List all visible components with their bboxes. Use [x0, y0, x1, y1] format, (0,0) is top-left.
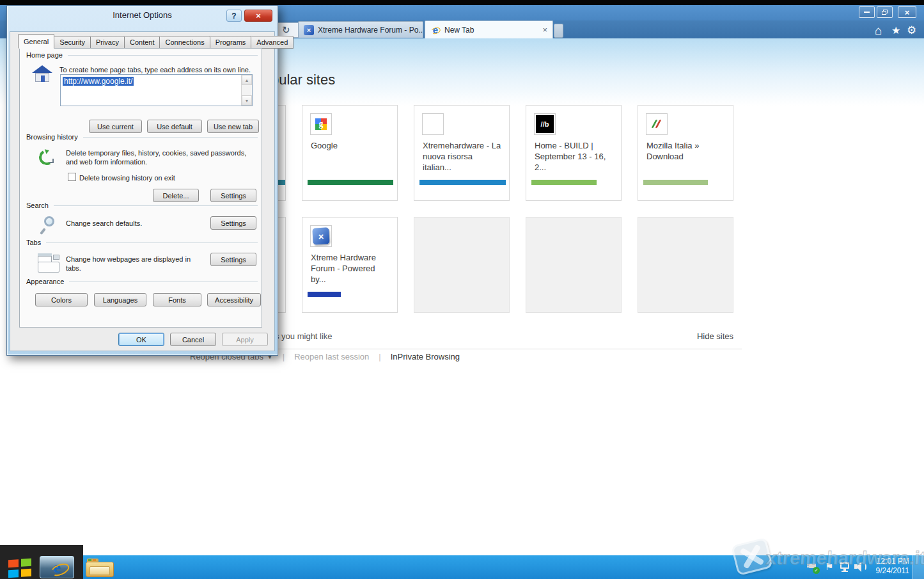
- tab-title: New Tab: [444, 26, 537, 35]
- new-tab-button[interactable]: [554, 24, 563, 38]
- search-settings-button[interactable]: Settings: [210, 216, 256, 230]
- popularity-bar: [643, 180, 708, 185]
- scroll-down-icon[interactable]: ▼: [242, 95, 252, 106]
- restore-button[interactable]: [877, 6, 893, 18]
- site-tile-build[interactable]: //b Home - BUILD | September 13 - 16, 2.…: [526, 105, 622, 201]
- favicon-box: g: [310, 113, 332, 135]
- languages-button[interactable]: Languages: [94, 293, 146, 306]
- delete-history-checkbox-label[interactable]: Delete browsing history on exit: [79, 173, 233, 182]
- hide-sites-link[interactable]: Hide sites: [695, 331, 733, 341]
- dialog-body: General Security Privacy Content Connect…: [10, 31, 275, 351]
- popularity-bar: [419, 180, 506, 185]
- dialog-tab-connections[interactable]: Connections: [160, 36, 210, 49]
- tile-title: Google: [311, 140, 391, 151]
- link-separator: |: [379, 352, 380, 361]
- home-icon[interactable]: ⌂: [875, 24, 882, 38]
- use-default-button[interactable]: Use default: [147, 120, 202, 133]
- site-tile-google[interactable]: g Google: [302, 105, 398, 201]
- tray-usb-icon[interactable]: ✓: [807, 561, 820, 574]
- favorites-star-icon[interactable]: ★: [891, 24, 900, 36]
- ok-button[interactable]: OK: [118, 333, 164, 346]
- inprivate-browsing-link[interactable]: InPrivate Browsing: [391, 352, 460, 361]
- cancel-button[interactable]: Cancel: [170, 333, 216, 346]
- tabs-group-label: Tabs: [26, 239, 258, 246]
- minimize-button[interactable]: [859, 6, 875, 18]
- history-settings-button[interactable]: Settings: [210, 189, 256, 202]
- tile-title: Xtremehardware - La nuova risorsa italia…: [423, 140, 503, 173]
- build-favicon: //b: [536, 115, 554, 133]
- popularity-bar: [531, 180, 597, 185]
- dialog-help-button[interactable]: ?: [226, 10, 242, 22]
- site-tile-mozilla-italia[interactable]: Mozilla Italia » Download: [638, 105, 733, 201]
- mozilla-italia-favicon: [650, 118, 663, 131]
- search-description: Change search defaults.: [66, 219, 194, 228]
- site-tile-xtremehardware[interactable]: Xtremehardware - La nuova risorsa italia…: [414, 105, 510, 201]
- homepage-url-textarea[interactable]: http://www.google.it/ ▲ ▼: [60, 74, 253, 106]
- site-tile-xhw-forum[interactable]: × Xtreme Hardware Forum - Powered by...: [302, 217, 398, 313]
- dialog-tab-content[interactable]: Content: [125, 36, 161, 49]
- dialog-tab-advanced[interactable]: Advanced: [251, 36, 294, 49]
- favicon-box: //b: [534, 113, 556, 135]
- usb-check-badge: ✓: [813, 567, 820, 574]
- google-favicon: g: [315, 118, 327, 130]
- home-page-hint: To create home page tabs, type each addr…: [59, 65, 254, 74]
- delete-button[interactable]: Delete...: [153, 189, 199, 202]
- accessibility-button[interactable]: Accessibility: [207, 293, 261, 306]
- site-tile-empty[interactable]: [526, 217, 622, 313]
- dialog-tab-general[interactable]: General: [18, 34, 54, 49]
- reopen-last-session-link[interactable]: Reopen last session: [294, 352, 369, 361]
- windows-flag-icon: [8, 559, 19, 567]
- start-button[interactable]: [8, 559, 31, 578]
- tab-xtreme-hardware-forum[interactable]: × Xtreme Hardware Forum - Po...: [298, 21, 423, 38]
- dialog-tab-programs[interactable]: Programs: [210, 36, 252, 49]
- window-top-border: [0, 0, 924, 5]
- colors-button[interactable]: Colors: [35, 293, 88, 306]
- tray-action-center-flag-icon[interactable]: ⚑: [825, 561, 833, 573]
- site-tile-empty[interactable]: [414, 217, 510, 313]
- restore-icon: [882, 10, 888, 15]
- tray-network-icon[interactable]: [839, 561, 852, 573]
- xhw-x-icon: ×: [304, 25, 314, 35]
- dialog-close-button[interactable]: ×: [244, 10, 272, 22]
- delete-history-checkbox[interactable]: [68, 173, 76, 181]
- apply-button[interactable]: Apply: [222, 333, 268, 346]
- tools-gear-icon[interactable]: ⚙: [907, 24, 916, 37]
- taskbar-explorer-button[interactable]: [86, 559, 114, 577]
- tab-close-icon[interactable]: ×: [542, 25, 547, 35]
- tabs-settings-button[interactable]: Settings: [210, 253, 256, 266]
- use-current-button[interactable]: Use current: [89, 120, 142, 133]
- favicon-box: [646, 113, 668, 135]
- taskbar-ie-button[interactable]: e: [40, 556, 74, 578]
- site-tile-empty[interactable]: [638, 217, 733, 313]
- tab-new-tab[interactable]: e New Tab ×: [425, 20, 553, 38]
- textarea-scrollbar[interactable]: ▲ ▼: [241, 75, 252, 106]
- browsing-history-description: Delete temporary files, history, cookies…: [66, 148, 253, 166]
- dialog-tabstrip: General Security Privacy Content Connect…: [18, 34, 294, 49]
- homepage-url-value: http://www.google.it/: [63, 77, 134, 86]
- favicon-box: ×: [310, 225, 332, 247]
- home-page-house-icon: [31, 64, 53, 84]
- search-magnifier-icon: [40, 216, 59, 238]
- minimize-icon: [864, 12, 870, 13]
- show-desktop-button[interactable]: [912, 555, 924, 579]
- tile-title: Home - BUILD | September 13 - 16, 2...: [535, 140, 615, 173]
- xhw-x-icon: ×: [312, 227, 329, 244]
- dialog-tab-privacy[interactable]: Privacy: [91, 36, 125, 49]
- close-window-button[interactable]: ×: [898, 6, 916, 18]
- use-new-tab-button[interactable]: Use new tab: [207, 120, 259, 133]
- clock-time: 12:01 PM: [865, 557, 909, 566]
- browsing-history-icon: [39, 150, 59, 170]
- fonts-button[interactable]: Fonts: [153, 293, 201, 306]
- clock-date: 9/24/2011: [865, 566, 909, 576]
- dialog-tab-security[interactable]: Security: [54, 36, 91, 49]
- ie-e-icon: e: [430, 25, 441, 35]
- internet-options-dialog: Internet Options ? × General Security Pr…: [6, 5, 278, 356]
- scroll-up-icon[interactable]: ▲: [242, 75, 252, 85]
- popularity-bar: [308, 292, 341, 297]
- taskbar-clock[interactable]: 12:01 PM 9/24/2011: [865, 557, 909, 576]
- screen: × ▾ ↻ × Xtreme Hardware Forum - Po... e …: [0, 0, 924, 579]
- you-might-like-text: s you might like: [275, 331, 333, 341]
- ie-e-icon: e: [53, 559, 61, 576]
- close-icon: ×: [905, 8, 910, 17]
- taskbar: [0, 555, 924, 579]
